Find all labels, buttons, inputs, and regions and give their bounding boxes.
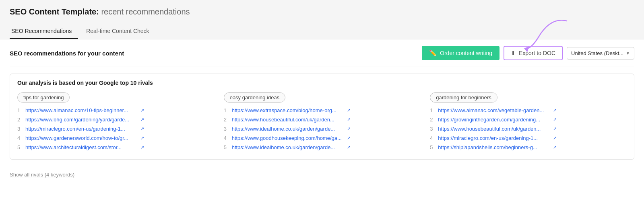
external-link-icon: ↗: [140, 108, 144, 113]
list-item: 4https://www.goodhousekeeping.com/home/g…: [224, 135, 421, 141]
list-item: 1https://www.extraspace.com/blog/home-or…: [224, 107, 421, 113]
section-title: SEO recommendations for your content: [10, 50, 124, 57]
list-item: 2https://www.housebeautiful.com/uk/garde…: [224, 117, 421, 123]
external-link-icon: ↗: [553, 145, 557, 150]
external-link-icon: ↗: [140, 145, 144, 150]
external-link-icon: ↗: [553, 126, 557, 131]
external-link-icon: ↗: [347, 145, 351, 150]
header-actions: ✏️ Order content writing ⬆ Export to DOC…: [422, 46, 634, 60]
list-item: 5https://shiplapandshells.com/beginners-…: [430, 144, 627, 150]
external-link-icon: ↗: [553, 117, 557, 122]
chevron-down-icon: ▼: [626, 51, 630, 55]
keyword-badge-1: easy gardening ideas: [224, 92, 286, 103]
edit-icon: ✏️: [429, 49, 437, 57]
keyword-badge-2: gardening for beginners: [430, 92, 497, 103]
list-item: 2https://www.bhg.com/gardening/yard/gard…: [17, 117, 214, 123]
rival-list-1: 1https://www.extraspace.com/blog/home-or…: [224, 107, 421, 150]
order-content-writing-button[interactable]: ✏️ Order content writing: [422, 46, 500, 60]
list-item: 4https://www.gardenersworld.com/how-to/g…: [17, 135, 214, 141]
rival-column-2: gardening for beginners 1https://www.alm…: [430, 92, 627, 154]
list-item: 5https://www.architecturaldigest.com/sto…: [17, 144, 214, 150]
external-link-icon: ↗: [347, 117, 351, 122]
tabs-bar: SEO Recommendations Real-time Content Ch…: [10, 24, 634, 39]
tab-realtime-content-check[interactable]: Real-time Content Check: [85, 24, 155, 39]
external-link-icon: ↗: [347, 108, 351, 113]
external-link-icon: ↗: [347, 126, 351, 131]
list-item: 4https://miraclegro.com/en-us/gardening-…: [430, 135, 627, 141]
list-item: 3https://www.idealhome.co.uk/garden/gard…: [224, 126, 421, 132]
external-link-icon: ↗: [553, 108, 557, 113]
show-all-rivals-link[interactable]: Show all rivals (4 keywords): [10, 172, 74, 178]
external-link-icon: ↗: [140, 117, 144, 122]
list-item: 2https://growinginthegarden.com/gardenin…: [430, 117, 627, 123]
country-label: United States (Deskt...: [571, 50, 623, 56]
external-link-icon: ↗: [140, 135, 144, 141]
upload-icon: ⬆: [511, 50, 516, 56]
rival-column-1: easy gardening ideas 1https://www.extras…: [224, 92, 421, 154]
keyword-badge-0: tips for gardening: [17, 92, 70, 103]
page-title: SEO Content Template: recent recommendat…: [10, 7, 634, 16]
export-to-doc-button[interactable]: ⬆ Export to DOC: [504, 46, 563, 60]
rival-list-0: 1https://www.almanac.com/10-tips-beginne…: [17, 107, 214, 150]
rivals-grid: tips for gardening 1https://www.almanac.…: [17, 92, 627, 154]
external-link-icon: ↗: [553, 135, 557, 141]
analysis-box: Our analysis is based on your Google top…: [10, 74, 634, 160]
external-link-icon: ↗: [140, 126, 144, 131]
rival-list-2: 1https://www.almanac.com/vegetable-garde…: [430, 107, 627, 150]
tab-seo-recommendations[interactable]: SEO Recommendations: [10, 24, 78, 39]
analysis-title: Our analysis is based on your Google top…: [17, 80, 627, 86]
country-select[interactable]: United States (Deskt... ▼: [567, 47, 634, 59]
list-item: 1https://www.almanac.com/10-tips-beginne…: [17, 107, 214, 113]
list-item: 3https://miraclegro.com/en-us/gardening-…: [17, 126, 214, 132]
list-item: 3https://www.housebeautiful.com/uk/garde…: [430, 126, 627, 132]
external-link-icon: ↗: [347, 135, 351, 141]
rival-column-0: tips for gardening 1https://www.almanac.…: [17, 92, 214, 154]
list-item: 5https://www.idealhome.co.uk/garden/gard…: [224, 144, 421, 150]
list-item: 1https://www.almanac.com/vegetable-garde…: [430, 107, 627, 113]
